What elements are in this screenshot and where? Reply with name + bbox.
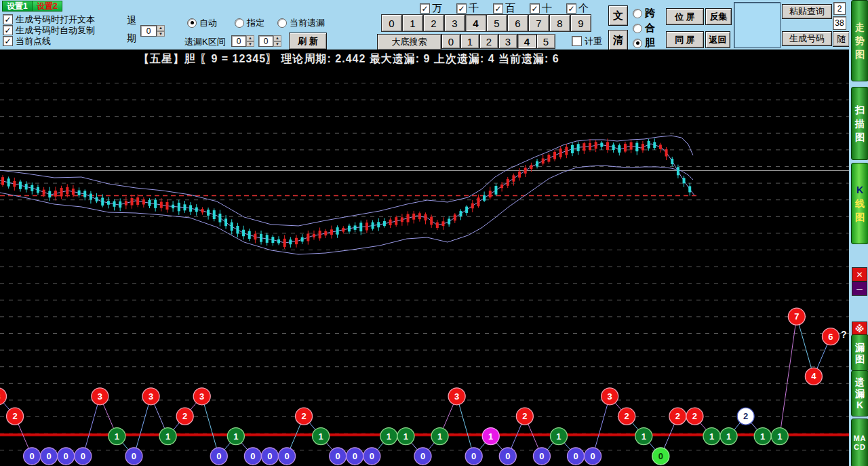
tab-trend-chart[interactable]: 走势图 (851, 0, 868, 81)
settings-2-button[interactable]: 设置2 (32, 1, 62, 12)
miss-point-value: 0 (590, 451, 595, 461)
miss-point[interactable] (0, 388, 7, 405)
miss-k-to-spinner: 0 ▲▼ (258, 35, 281, 47)
checkbox-icon (572, 36, 582, 46)
miss-point-value: 1 (726, 431, 731, 442)
digit-button-5[interactable]: 5 (486, 14, 507, 32)
place-check-万[interactable]: ✓万 (420, 2, 442, 15)
miss-point-value: 0 (284, 451, 289, 461)
miss-point-value: 7 (794, 311, 799, 322)
digit-button-1[interactable]: 1 (402, 14, 423, 32)
retreat-up-arrow[interactable]: ▲ (157, 25, 165, 31)
down-arrow[interactable]: ▼ (246, 41, 254, 47)
place-check-百[interactable]: ✓百 (493, 2, 515, 15)
position-screen-button[interactable]: 位 屏 (666, 8, 704, 25)
place-check-个[interactable]: ✓个 (566, 2, 589, 15)
digit-button-4[interactable]: 4 (465, 14, 486, 32)
tab-macd[interactable]: MACD (851, 419, 868, 466)
tab-scan-chart[interactable]: 扫描图 (851, 87, 868, 160)
miss-k-to-input[interactable]: 0 (258, 35, 273, 47)
checkbox-icon: ✓ (566, 3, 576, 14)
miss-point-value: 0 (267, 451, 272, 461)
paste-query-button[interactable]: 粘贴查询 (782, 4, 832, 19)
digit-button-4[interactable]: 4 (517, 34, 536, 49)
digit-button-6[interactable]: 6 (507, 14, 528, 32)
big-bottom-search-button[interactable]: 大底搜索 (377, 34, 441, 50)
generation-options: ✓生成号码时打开文本✓生成号码时自动复制✓当前点线 (3, 14, 95, 46)
checkbox-icon: ✓ (530, 3, 540, 14)
miss-point-value: 2 (12, 411, 17, 421)
text-button[interactable]: 文 (608, 5, 628, 26)
miss-point-value: 2 (625, 411, 629, 421)
type-radio-sum[interactable]: 合 (633, 23, 655, 33)
miss-point-value: 1 (777, 431, 782, 442)
minimize-icon[interactable]: ─ (852, 281, 867, 296)
query-listbox[interactable] (734, 2, 781, 48)
miss-point-value: 0 (539, 451, 544, 461)
radio-icon (633, 39, 642, 48)
miss-point-value: 0 (505, 451, 510, 461)
digit-button-2[interactable]: 2 (423, 14, 444, 32)
tab-miss-k[interactable]: 遗漏K (851, 370, 868, 416)
digit-button-9[interactable]: 9 (570, 14, 591, 32)
digit-button-8[interactable]: 8 (549, 14, 570, 32)
side-tab-column: 走势图 扫描图 K线图 ✕ ─ ※ 漏图 遗漏K MACD (849, 0, 868, 466)
checkbox-icon: ✓ (420, 3, 430, 14)
digit-button-3[interactable]: 3 (498, 34, 517, 49)
miss-point-value: 1 (437, 431, 442, 442)
scatter-icon[interactable]: ※ (852, 322, 867, 336)
chart-title: 【五星】胆 〖9 = 12345〗 理论周期: 2.442 最大遗漏: 9 上次… (138, 52, 559, 66)
up-arrow[interactable]: ▲ (273, 35, 281, 41)
back-button[interactable]: 返回 (705, 31, 730, 48)
checkbox-icon: ✓ (493, 3, 503, 14)
gen-option-2[interactable]: ✓当前点线 (3, 36, 95, 46)
close-icon[interactable]: ✕ (852, 267, 867, 281)
mode-radio-auto[interactable]: 自动 (187, 18, 217, 28)
miss-point-value: 0 (420, 451, 425, 461)
tab-kline-chart[interactable]: K线图 (851, 163, 868, 244)
same-screen-button[interactable]: 同 屏 (666, 31, 704, 48)
digit-button-7[interactable]: 7 (528, 14, 549, 32)
generate-numbers-button[interactable]: 生成号码 (782, 31, 832, 46)
clear-button[interactable]: 清 (608, 30, 628, 50)
gen-option-1[interactable]: ✓生成号码时自动复制 (3, 25, 95, 35)
tab-miss-chart[interactable]: 漏图 (851, 334, 868, 371)
count-input-mid[interactable]: 38 (833, 16, 846, 30)
digit-button-5[interactable]: 5 (536, 34, 555, 49)
random-button[interactable]: 随 (833, 31, 850, 47)
miss-point-value: 1 (165, 431, 170, 442)
down-arrow[interactable]: ▼ (273, 41, 281, 47)
place-check-十[interactable]: ✓十 (530, 2, 552, 15)
weight-checkbox[interactable]: 计重 (572, 36, 602, 46)
anti-set-button[interactable]: 反集 (705, 8, 732, 25)
type-radio-span[interactable]: 跨 (633, 8, 655, 18)
digit-buttons-0-5: 012345 (441, 34, 555, 49)
miss-point-value: 4 (811, 371, 816, 381)
digit-button-2[interactable]: 2 (479, 34, 498, 49)
settings-1-button[interactable]: 设置1 (2, 1, 33, 12)
mode-radio-specified[interactable]: 指定 (235, 18, 264, 28)
digit-button-3[interactable]: 3 (444, 14, 465, 32)
retreat-down-arrow[interactable]: ▼ (157, 31, 165, 37)
miss-point-value: 1 (387, 431, 391, 442)
count-input-top[interactable]: 2 (833, 2, 846, 15)
gen-option-0[interactable]: ✓生成号码时打开文本 (3, 14, 95, 24)
miss-point-value: 3 (199, 391, 204, 402)
digit-button-0[interactable]: 0 (381, 14, 402, 32)
digit-button-1[interactable]: 1 (460, 34, 479, 49)
miss-k-from-input[interactable]: 0 (231, 35, 246, 47)
retreat-label-bottom: 期 (127, 33, 136, 45)
mode-radio-current-miss[interactable]: 当前遗漏 (277, 18, 325, 28)
miss-point-value: 0 (216, 451, 221, 461)
up-arrow[interactable]: ▲ (246, 35, 254, 41)
chart-area: 【五星】胆 〖9 = 12345〗 理论周期: 2.442 最大遗漏: 9 上次… (0, 50, 849, 466)
miss-point-value: 1 (760, 431, 765, 442)
miss-point-value: 1 (319, 431, 323, 442)
type-radio-dan[interactable]: 胆 (633, 38, 655, 48)
radio-icon (187, 18, 197, 28)
miss-point-value: 1 (115, 431, 119, 442)
refresh-button[interactable]: 刷 新 (289, 33, 327, 50)
place-check-千[interactable]: ✓千 (456, 2, 479, 15)
digit-button-0[interactable]: 0 (441, 34, 460, 49)
retreat-value-input[interactable]: 0 (140, 25, 157, 37)
